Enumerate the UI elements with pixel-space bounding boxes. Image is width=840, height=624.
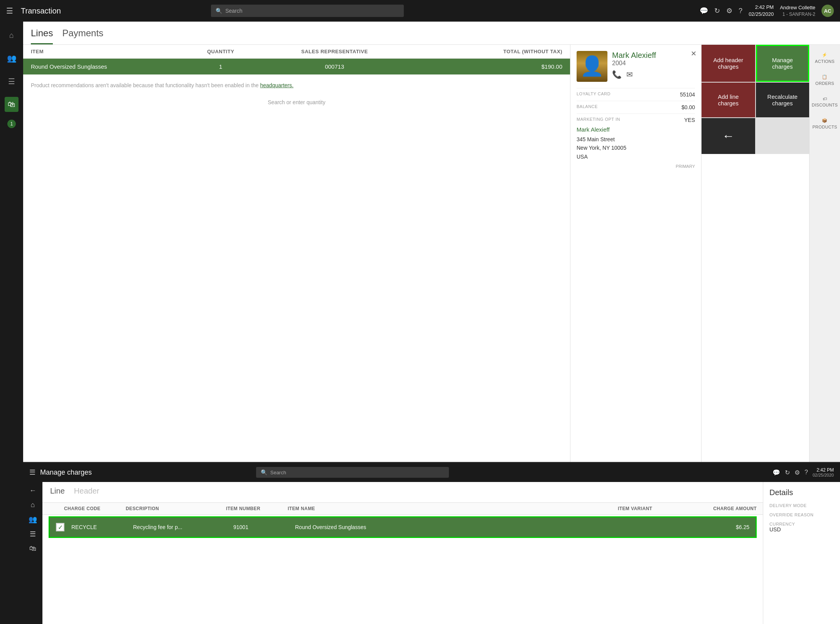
- back-button[interactable]: ←: [702, 118, 755, 154]
- refresh-icon[interactable]: ↻: [714, 7, 720, 15]
- chat-icon[interactable]: 💬: [700, 7, 708, 15]
- headquarters-link[interactable]: headquarters.: [260, 82, 293, 88]
- store-info: 1 - SANFRAN-2: [780, 11, 815, 18]
- mc-search-icon: 🔍: [261, 469, 267, 475]
- marketing-label: MARKETING OPT IN: [577, 117, 635, 123]
- message-text: Product recommendations aren't available…: [31, 82, 259, 88]
- item-total: $190.00: [410, 63, 562, 70]
- top-navigation-bar: ☰ Transaction 🔍 💬 ↻ ⚙ ? 2:42 PM 02/25/20…: [0, 0, 840, 22]
- mc-sidebar-bag-icon[interactable]: 🛍: [29, 545, 36, 553]
- mc-row-item-variant: [611, 523, 680, 531]
- mc-table-row[interactable]: ✓ RECYCLE Recycling fee for p... 91001 R…: [49, 516, 757, 538]
- settings-icon[interactable]: ⚙: [726, 7, 732, 15]
- loyalty-card-label: LOYALTY CARD: [577, 91, 635, 98]
- mc-top-bar-actions: 💬 ↻ ⚙ ? 2:42 PM 02/25/2020: [773, 467, 834, 477]
- customer-address: 345 Main Street New York, NY 10005 USA: [577, 135, 695, 161]
- address-primary-label: PRIMARY: [577, 164, 695, 169]
- mc-row-description: Recycling fee for p...: [133, 523, 233, 531]
- mc-left-sidebar: ← ⌂ 👥 ☰ 🛍: [23, 482, 42, 624]
- tab-lines[interactable]: Lines: [31, 28, 53, 44]
- transaction-tabs: Lines Payments: [23, 22, 840, 45]
- help-icon[interactable]: ?: [739, 7, 742, 15]
- mc-tab-header[interactable]: Header: [74, 487, 100, 498]
- mc-sidebar-people-icon[interactable]: 👥: [29, 515, 37, 524]
- sidebar-badge: 1: [7, 120, 16, 128]
- sidebar-item-discounts[interactable]: 🏷 DISCOUNTS: [810, 92, 840, 112]
- sidebar-item-orders[interactable]: 📋 ORDERS: [810, 70, 840, 90]
- currency-label: CURRENCY: [769, 522, 834, 526]
- marketing-detail: MARKETING OPT IN YES: [577, 113, 695, 123]
- address-line-3: USA: [577, 152, 695, 161]
- mc-row-checkbox[interactable]: ✓: [56, 523, 71, 531]
- customer-name-link[interactable]: Mark Alexieff: [577, 126, 695, 133]
- discounts-icon: 🏷: [823, 96, 827, 101]
- table-row[interactable]: Round Oversized Sunglasses 1 000713 $190…: [23, 59, 570, 74]
- sidebar-people-icon[interactable]: 👥: [4, 51, 20, 66]
- customer-avatar: [577, 51, 607, 82]
- mc-date: 02/25/2020: [813, 473, 834, 477]
- app-title: Transaction: [21, 7, 61, 15]
- customer-name: Mark Alexieff: [612, 51, 656, 60]
- mc-sidebar-menu-icon[interactable]: ☰: [30, 530, 36, 538]
- sidebar-item-actions[interactable]: ⚡ ACTIONS: [810, 48, 840, 68]
- mc-row-item-number: 91001: [233, 523, 295, 531]
- mc-back-icon[interactable]: ←: [29, 487, 36, 495]
- customer-id: 2004: [612, 60, 656, 67]
- mc-settings-icon[interactable]: ⚙: [794, 469, 800, 476]
- quantity-search-label: Search or enter quantity: [23, 96, 570, 108]
- mc-time-display: 2:42 PM 02/25/2020: [813, 467, 834, 477]
- recalculate-charges-button[interactable]: Recalculate charges: [756, 83, 810, 117]
- mc-row-charge-code: RECYCLE: [71, 523, 133, 531]
- mc-refresh-icon[interactable]: ↻: [785, 469, 790, 476]
- phone-icon[interactable]: 📞: [612, 70, 622, 79]
- mc-row-item-name: Round Oversized Sunglasses: [295, 523, 611, 531]
- sidebar-bag-icon[interactable]: 🛍: [5, 97, 19, 112]
- mc-main: Line Header CHARGE CODE DESCRIPTION ITEM…: [42, 482, 763, 624]
- mc-col-checkbox: [49, 506, 64, 511]
- recommendation-message: Product recommendations aren't available…: [23, 74, 570, 96]
- email-icon[interactable]: ✉: [626, 70, 633, 79]
- user-name: Andrew Collette: [780, 4, 815, 11]
- mc-checkbox[interactable]: ✓: [56, 523, 64, 531]
- date-value: 02/25/2020: [749, 11, 774, 18]
- mc-row-charge-amount: $6.25: [680, 523, 749, 531]
- time-display: 2:42 PM 02/25/2020: [749, 4, 774, 18]
- tab-payments[interactable]: Payments: [62, 28, 103, 44]
- mc-tab-line[interactable]: Line: [50, 487, 65, 498]
- mc-tabs: Line Header: [42, 482, 763, 503]
- time-value: 2:42 PM: [749, 4, 774, 11]
- mc-col-charge-code: CHARGE CODE: [64, 506, 126, 511]
- sidebar-item-products[interactable]: 📦 PRODUCTS: [810, 113, 840, 134]
- search-input[interactable]: [225, 8, 399, 14]
- mc-search-input[interactable]: [270, 470, 444, 475]
- customer-details: Mark Alexieff 2004 📞 ✉: [612, 51, 656, 79]
- mc-sidebar-home-icon[interactable]: ⌂: [31, 501, 35, 509]
- sidebar-home-icon[interactable]: ⌂: [6, 28, 17, 43]
- override-reason-detail: OVERRIDE REASON: [769, 512, 834, 517]
- manage-charges-button[interactable]: Manage charges: [756, 45, 810, 82]
- content-area: Lines Payments ITEM QUANTITY SALES REPRE…: [23, 22, 840, 624]
- mc-details-panel: Details DELIVERY MODE OVERRIDE REASON CU…: [763, 482, 840, 624]
- marketing-value: YES: [637, 117, 695, 123]
- hamburger-menu-icon[interactable]: ☰: [6, 6, 13, 15]
- item-name: Round Oversized Sunglasses: [31, 63, 183, 70]
- main-layout: ⌂ 👥 ☰ 🛍 1 Lines Payments ITEM QUANTITY S…: [0, 22, 840, 624]
- sidebar-menu-icon[interactable]: ☰: [5, 74, 18, 89]
- add-header-charges-button[interactable]: Add header charges: [702, 45, 755, 82]
- mc-col-item-variant: ITEM VARIANT: [618, 506, 687, 511]
- mc-search-bar: 🔍: [256, 467, 449, 478]
- top-bar-actions: 💬 ↻ ⚙ ? 2:42 PM 02/25/2020 Andrew Collet…: [700, 4, 834, 18]
- add-line-charges-button[interactable]: Add line charges: [702, 83, 755, 117]
- col-quantity: QUANTITY: [183, 49, 259, 54]
- col-total: TOTAL (WITHOUT TAX): [410, 49, 562, 54]
- address-line-2: New York, NY 10005: [577, 144, 695, 152]
- left-sidebar: ⌂ 👥 ☰ 🛍 1: [0, 22, 23, 624]
- orders-icon: 📋: [822, 74, 827, 79]
- item-quantity: 1: [183, 63, 259, 70]
- mc-hamburger-icon[interactable]: ☰: [29, 468, 35, 477]
- table-header: ITEM QUANTITY SALES REPRESENTATIVE TOTAL…: [23, 45, 570, 59]
- mc-chat-icon[interactable]: 💬: [773, 469, 780, 476]
- mc-help-icon[interactable]: ?: [805, 469, 808, 476]
- mc-details-title: Details: [769, 488, 834, 497]
- customer-close-button[interactable]: ✕: [691, 49, 697, 58]
